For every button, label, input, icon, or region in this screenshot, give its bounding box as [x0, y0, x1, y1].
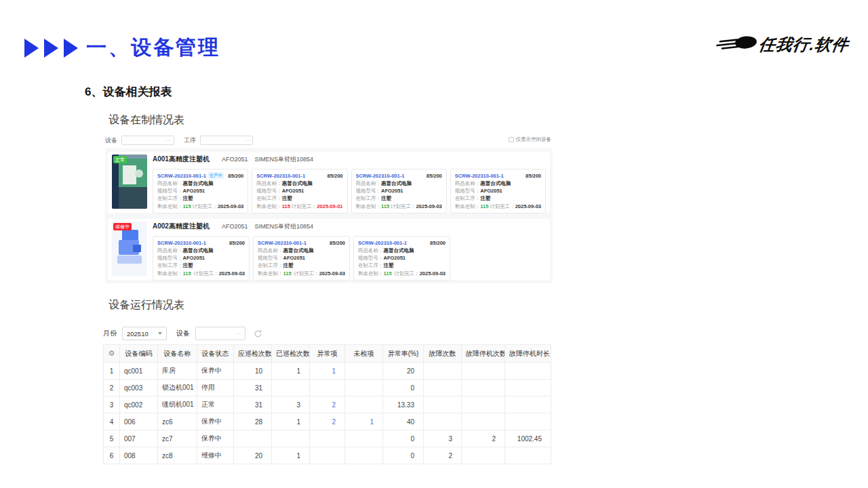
- row-index: 2: [104, 380, 120, 396]
- col-header: 应巡检次数: [234, 345, 272, 363]
- cell-downtime-count: [462, 363, 505, 380]
- due-label: 计划完工：: [294, 270, 319, 277]
- model-label: 规格型号：: [157, 254, 183, 262]
- more-icon[interactable]: ···: [235, 330, 241, 337]
- process-label: 在制工序：: [356, 195, 382, 202]
- machine-row: 正常 A001高精度注塑机 AFO2051 SIMENS单臂组10854 SCR…: [108, 152, 550, 213]
- remain-value: 115: [183, 270, 191, 277]
- cell-unchecked: [345, 447, 383, 464]
- order-number-link[interactable]: SCRW-202310-001-1: [356, 172, 405, 180]
- remain-label: 剩余在制：: [157, 203, 183, 210]
- order-cards: SCRW-202310-001-1 生产中 85/200 商品名称：惠普台式电脑…: [153, 169, 546, 214]
- cell-abnormal: [310, 380, 345, 396]
- order-qty: 85/200: [427, 172, 442, 180]
- col-header: 故障停机次数: [462, 345, 505, 363]
- due-value: 2025-09-03: [319, 270, 345, 277]
- remain-label: 剩余在制：: [358, 270, 384, 277]
- cell-abnormal-link[interactable]: 2: [310, 413, 345, 430]
- table-row[interactable]: 3 qc002 缝纫机001 正常 31 3 2 13.33: [104, 396, 551, 413]
- product-label: 商品名称：: [157, 247, 183, 254]
- wip-filter-bar: 设备 ··· 工序 ··· 仅显示空闲设备: [105, 134, 553, 146]
- month-select[interactable]: 202510: [122, 327, 167, 340]
- cell-status: 保养中: [197, 430, 234, 447]
- table-row[interactable]: 5 007 zc7 保养中 0 3 2 1002.45: [104, 430, 551, 447]
- col-header: 异常率(%): [383, 345, 424, 363]
- cell-unchecked-link[interactable]: 1: [345, 413, 383, 430]
- table-row[interactable]: 1 qc001 库房 保养中 10 1 1 20: [104, 363, 551, 380]
- cell-name: zc8: [158, 447, 197, 464]
- cell-downtime-duration: [505, 380, 551, 396]
- cell-planned-checks: 20: [234, 447, 272, 464]
- table-row[interactable]: 6 008 zc8 维修中 20 1 0 2: [104, 447, 551, 464]
- run-section-title: 设备运行情况表: [108, 298, 184, 312]
- column-settings-button[interactable]: ⚙: [104, 345, 120, 363]
- process-label: 在制工序：: [256, 195, 282, 202]
- order-qty: 85/200: [229, 239, 245, 247]
- model-label: 规格型号：: [455, 187, 481, 195]
- remain-label: 剩余在制：: [356, 203, 382, 210]
- row-index: 3: [104, 396, 120, 413]
- slide-subtitle: 6、设备相关报表: [85, 84, 172, 100]
- device-filter-input[interactable]: ···: [195, 327, 245, 340]
- order-number-link[interactable]: SCRW-202310-001-1: [258, 239, 307, 247]
- cell-name: 缝纫机001: [158, 396, 197, 413]
- more-icon[interactable]: ···: [165, 138, 171, 144]
- remain-label: 剩余在制：: [157, 270, 183, 277]
- remain-value: 115: [282, 203, 290, 210]
- process-value: 注塑: [384, 262, 394, 269]
- cell-downtime-duration: [505, 413, 551, 430]
- process-label: 在制工序：: [358, 262, 384, 269]
- order-number-link[interactable]: SCRW-202310-001-1: [157, 172, 206, 180]
- arrow-triangle-icon: [44, 39, 58, 58]
- row-index: 1: [104, 363, 120, 380]
- product-value: 惠普台式电脑: [384, 247, 414, 254]
- process-filter-input[interactable]: ···: [200, 136, 253, 145]
- process-value: 注塑: [183, 262, 193, 269]
- cell-fault-count: [424, 363, 462, 380]
- order-number-link[interactable]: SCRW-202310-001-1: [455, 172, 504, 180]
- model-value: AFO2051: [183, 254, 205, 262]
- idle-only-checkbox[interactable]: [509, 137, 514, 142]
- cell-abnormal-link[interactable]: 2: [310, 396, 345, 413]
- work-order-card: SCRW-202310-001-1 85/200 商品名称：惠普台式电脑 规格型…: [252, 169, 347, 214]
- cell-abnormal-rate: 40: [383, 413, 424, 430]
- process-label: 在制工序：: [258, 262, 283, 269]
- more-icon[interactable]: ···: [244, 138, 250, 144]
- order-number-link[interactable]: SCRW-202310-001-1: [256, 172, 305, 180]
- cell-unchecked: [345, 430, 383, 447]
- cell-abnormal-link[interactable]: 1: [310, 363, 345, 380]
- table-row[interactable]: 4 006 zc6 保养中 28 1 2 1 40: [104, 413, 551, 430]
- order-number-link[interactable]: SCRW-202310-001-1: [157, 239, 206, 247]
- due-value: 2025-09-03: [515, 203, 541, 209]
- remain-value: 115: [480, 203, 488, 210]
- due-value: 2025-09-03: [218, 203, 243, 209]
- logo-swoosh-icon: [715, 35, 757, 54]
- cell-fault-count: [424, 413, 462, 430]
- remain-value: 115: [283, 270, 292, 277]
- cell-planned-checks: 10: [234, 363, 272, 380]
- cell-code: 006: [120, 413, 158, 430]
- work-order-card: SCRW-202310-001-1 85/200 商品名称：惠普台式电脑 规格型…: [153, 236, 250, 281]
- refresh-button[interactable]: [254, 329, 262, 338]
- table-row[interactable]: 2 qc003 锁边机001 停用 31 0: [104, 380, 551, 396]
- process-label: 在制工序：: [157, 195, 183, 202]
- order-qty: 85/200: [526, 172, 541, 180]
- process-label: 在制工序：: [455, 195, 481, 202]
- cell-fault-count: [424, 380, 462, 396]
- gear-icon: ⚙: [108, 349, 115, 357]
- model-value: AFO2051: [480, 187, 502, 195]
- cell-downtime-count: [462, 447, 505, 464]
- model-label: 规格型号：: [157, 187, 183, 195]
- cell-planned-checks: 31: [234, 396, 272, 413]
- model-value: AFO2051: [183, 187, 205, 195]
- order-number-link[interactable]: SCRW-202310-001-1: [358, 239, 407, 247]
- cell-done-checks: 1: [272, 413, 310, 430]
- cell-status: 维修中: [197, 447, 234, 464]
- month-filter-label: 月份: [103, 329, 117, 338]
- device-filter-input[interactable]: ···: [121, 136, 174, 145]
- due-value: 2025-09-01: [317, 203, 342, 209]
- cell-done-checks: [272, 430, 310, 447]
- cell-unchecked: [345, 363, 383, 380]
- process-value: 注塑: [283, 262, 294, 269]
- order-qty: 85/200: [430, 239, 446, 247]
